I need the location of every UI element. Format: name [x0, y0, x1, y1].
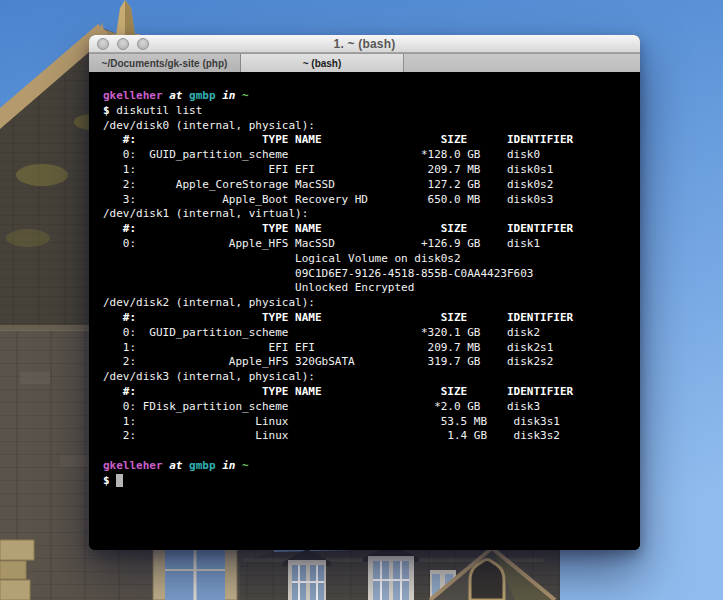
minimize-button-icon[interactable] — [117, 38, 129, 50]
terminal-text: at — [169, 89, 182, 102]
terminal-text: #: TYPE NAME SIZE IDENTIFIER — [103, 222, 573, 235]
terminal-text: 1: Linux 53.5 MB disk3s1 — [103, 415, 560, 428]
terminal-line: $ — [103, 474, 632, 489]
close-button-icon[interactable] — [97, 38, 109, 50]
terminal-line: 2: Apple_CoreStorage MacSSD 127.2 GB dis… — [103, 178, 632, 193]
terminal-line: #: TYPE NAME SIZE IDENTIFIER — [103, 385, 632, 400]
terminal-text: #: TYPE NAME SIZE IDENTIFIER — [103, 385, 573, 398]
terminal-line — [103, 444, 632, 459]
terminal-text: /dev/disk2 (internal, physical): — [103, 296, 315, 309]
window-controls — [97, 38, 149, 50]
terminal-line: /dev/disk0 (internal, physical): — [103, 119, 632, 134]
desktop: 1. ~ (bash) ~/Documents/gk-site (php) ~ … — [0, 0, 723, 600]
terminal-text: /dev/disk3 (internal, physical): — [103, 370, 315, 383]
tab-bash[interactable]: ~ (bash) — [241, 54, 404, 72]
terminal-text: 0: Apple_HFS MacSSD +126.9 GB disk1 — [103, 237, 540, 250]
terminal-text: gmbp — [189, 89, 216, 102]
terminal-line: 0: GUID_partition_scheme *320.1 GB disk2 — [103, 326, 632, 341]
terminal-line: 2: Apple_HFS 320GbSATA 319.7 GB disk2s2 — [103, 355, 632, 370]
terminal-text: Logical Volume on disk0s2 — [103, 252, 461, 265]
terminal-text: 1: EFI EFI 209.7 MB disk2s1 — [103, 341, 553, 354]
terminal-line: 3: Apple_Boot Recovery HD 650.0 MB disk0… — [103, 193, 632, 208]
tab-gk-site[interactable]: ~/Documents/gk-site (php) — [89, 54, 241, 72]
terminal-line: $ diskutil list — [103, 104, 632, 119]
terminal-text: 0: FDisk_partition_scheme *2.0 GB disk3 — [103, 400, 540, 413]
terminal-line: Logical Volume on disk0s2 — [103, 252, 632, 267]
terminal-line: gkelleher at gmbp in ~ — [103, 89, 632, 104]
terminal-text: $ — [103, 104, 116, 117]
terminal-line: 0: GUID_partition_scheme *128.0 GB disk0 — [103, 148, 632, 163]
terminal-line: 1: EFI EFI 209.7 MB disk2s1 — [103, 341, 632, 356]
terminal-text: Unlocked Encrypted — [103, 281, 414, 294]
terminal-line: #: TYPE NAME SIZE IDENTIFIER — [103, 222, 632, 237]
terminal-text: in — [222, 89, 235, 102]
terminal-text: gkelleher — [103, 459, 163, 472]
terminal-text: gmbp — [189, 459, 216, 472]
terminal-line: /dev/disk3 (internal, physical): — [103, 370, 632, 385]
terminal-text: /dev/disk1 (internal, virtual): — [103, 207, 308, 220]
tab-label: ~/Documents/gk-site (php) — [102, 58, 228, 69]
terminal-text: diskutil list — [116, 104, 202, 117]
titlebar[interactable]: 1. ~ (bash) — [89, 35, 640, 53]
terminal-text: 2: Apple_CoreStorage MacSSD 127.2 GB dis… — [103, 178, 553, 191]
zoom-button-icon[interactable] — [137, 38, 149, 50]
terminal-text: $ — [103, 474, 116, 487]
terminal-text: at — [169, 459, 182, 472]
terminal-text: 0: GUID_partition_scheme *128.0 GB disk0 — [103, 148, 540, 161]
terminal-line: 1: Linux 53.5 MB disk3s1 — [103, 415, 632, 430]
tab-bar: ~/Documents/gk-site (php) ~ (bash) — [89, 53, 640, 73]
terminal-line: 0: Apple_HFS MacSSD +126.9 GB disk1 — [103, 237, 632, 252]
terminal-text: #: TYPE NAME SIZE IDENTIFIER — [103, 133, 573, 146]
terminal-window: 1. ~ (bash) ~/Documents/gk-site (php) ~ … — [89, 35, 640, 550]
tab-bar-filler — [404, 54, 640, 72]
terminal-line: 1: EFI EFI 209.7 MB disk0s1 — [103, 163, 632, 178]
terminal-line: Unlocked Encrypted — [103, 281, 632, 296]
tab-label: ~ (bash) — [303, 58, 342, 69]
terminal-text: in — [222, 459, 235, 472]
window-title: 1. ~ (bash) — [334, 37, 396, 51]
terminal-text: ~ — [242, 89, 249, 102]
terminal-text: 1: EFI EFI 209.7 MB disk0s1 — [103, 163, 553, 176]
terminal-line: 0: FDisk_partition_scheme *2.0 GB disk3 — [103, 400, 632, 415]
terminal-text: 2: Apple_HFS 320GbSATA 319.7 GB disk2s2 — [103, 355, 553, 368]
terminal-line: gkelleher at gmbp in ~ — [103, 459, 632, 474]
terminal-text: gkelleher — [103, 89, 163, 102]
terminal-screen[interactable]: gkelleher at gmbp in ~$ diskutil list/de… — [89, 72, 640, 550]
terminal-text: 09C1D6E7-9126-4518-855B-C0AA4423F603 — [103, 267, 533, 280]
terminal-line: #: TYPE NAME SIZE IDENTIFIER — [103, 133, 632, 148]
terminal-line: #: TYPE NAME SIZE IDENTIFIER — [103, 311, 632, 326]
terminal-text: 3: Apple_Boot Recovery HD 650.0 MB disk0… — [103, 193, 553, 206]
terminal-text: 0: GUID_partition_scheme *320.1 GB disk2 — [103, 326, 540, 339]
terminal-cursor — [116, 474, 123, 487]
terminal-text: 2: Linux 1.4 GB disk3s2 — [103, 429, 560, 442]
terminal-text: /dev/disk0 (internal, physical): — [103, 119, 315, 132]
terminal-text: ~ — [242, 459, 249, 472]
terminal-line: 09C1D6E7-9126-4518-855B-C0AA4423F603 — [103, 267, 632, 282]
terminal-line: /dev/disk2 (internal, physical): — [103, 296, 632, 311]
terminal-line: 2: Linux 1.4 GB disk3s2 — [103, 429, 632, 444]
terminal-text: #: TYPE NAME SIZE IDENTIFIER — [103, 311, 573, 324]
terminal-line: /dev/disk1 (internal, virtual): — [103, 207, 632, 222]
building-bottom — [240, 545, 560, 600]
